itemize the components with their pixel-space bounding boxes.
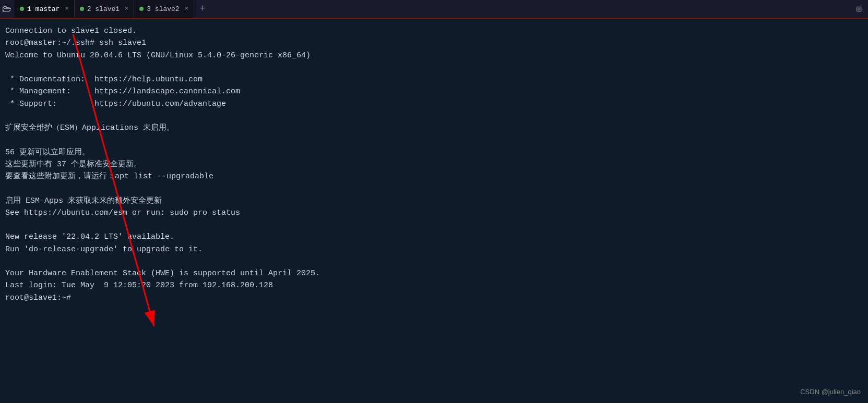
terminal-line: Connection to slave1 closed. bbox=[5, 25, 863, 37]
tab-dot-slave2 bbox=[139, 7, 144, 11]
terminal-line bbox=[5, 134, 863, 146]
add-tab-button[interactable]: + bbox=[194, 0, 211, 18]
terminal-line: 要查看这些附加更新，请运行：apt list --upgradable bbox=[5, 170, 863, 182]
tab-close-master[interactable]: × bbox=[65, 5, 68, 13]
watermark: CSDN @julien_qiao bbox=[800, 388, 861, 396]
tab-dot-slave1 bbox=[80, 7, 84, 11]
terminal-line bbox=[5, 182, 863, 194]
terminal-line bbox=[5, 62, 863, 74]
tab-close-slave2[interactable]: × bbox=[185, 5, 188, 13]
terminal-line: 启用 ESM Apps 来获取未来的额外安全更新 bbox=[5, 195, 863, 207]
tab-slave2[interactable]: 3 slave2 × bbox=[134, 0, 194, 18]
terminal-line bbox=[5, 219, 863, 231]
tab-label-slave2: 3 slave2 bbox=[147, 5, 179, 13]
terminal-line: Last login: Tue May 9 12:05:20 2023 from… bbox=[5, 279, 863, 291]
terminal-line: Run 'do-release-upgrade' to upgrade to i… bbox=[5, 243, 863, 255]
terminal-line bbox=[5, 255, 863, 267]
terminal-line: root@slave1:~# bbox=[5, 292, 863, 304]
terminal-line: Welcome to Ubuntu 20.04.6 LTS (GNU/Linux… bbox=[5, 50, 863, 62]
tab-label-master: 1 mastar bbox=[27, 5, 60, 13]
terminal-line: * Management: https://landscape.canonica… bbox=[5, 86, 863, 97]
terminal-area: Connection to slave1 closed.root@master:… bbox=[0, 19, 868, 403]
terminal-output: Connection to slave1 closed.root@master:… bbox=[5, 25, 863, 304]
terminal-line: 扩展安全维护（ESM）Applications 未启用。 bbox=[5, 122, 863, 134]
folder-icon[interactable]: 🗁 bbox=[2, 4, 11, 15]
terminal-line bbox=[5, 110, 863, 122]
terminal-line: Your Hardware Enablement Stack (HWE) is … bbox=[5, 267, 863, 279]
tab-master[interactable]: 1 mastar × bbox=[15, 0, 75, 18]
terminal-line: 56 更新可以立即应用。 bbox=[5, 146, 863, 158]
tab-slave1[interactable]: 2 slave1 × bbox=[75, 0, 135, 18]
top-bar: 🗁 1 mastar × 2 slave1 × 3 slave2 × + ⊞ bbox=[0, 0, 868, 19]
tab-label-slave1: 2 slave1 bbox=[87, 5, 120, 13]
tab-close-slave1[interactable]: × bbox=[125, 5, 128, 13]
tab-dot-master bbox=[20, 7, 24, 11]
terminal-line: 这些更新中有 37 个是标准安全更新。 bbox=[5, 158, 863, 170]
terminal-line: New release '22.04.2 LTS' available. bbox=[5, 231, 863, 243]
tab-list: 1 mastar × 2 slave1 × 3 slave2 × + bbox=[15, 0, 211, 18]
terminal-line: * Support: https://ubuntu.com/advantage bbox=[5, 98, 863, 110]
terminal-line: root@master:~/.ssh# ssh slave1 bbox=[5, 37, 863, 49]
layout-icon[interactable]: ⊞ bbox=[856, 3, 868, 15]
terminal-line: * Documentation: https://help.ubuntu.com bbox=[5, 74, 863, 86]
terminal-line: See https://ubuntu.com/esm or run: sudo … bbox=[5, 207, 863, 219]
